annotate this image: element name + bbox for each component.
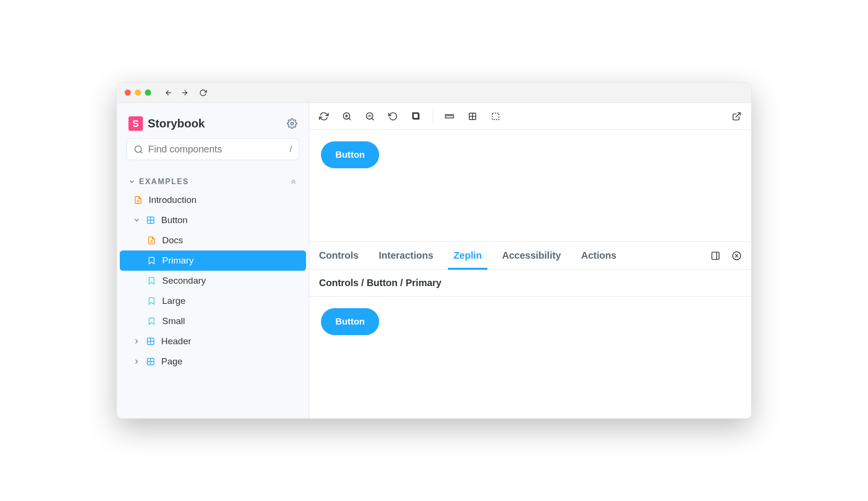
svg-point-2 [291, 122, 294, 125]
tree-item-small[interactable]: Small [117, 311, 309, 331]
svg-line-4 [140, 151, 142, 153]
reset-icon [388, 112, 398, 121]
refresh-button[interactable] [199, 89, 207, 97]
window-close-button[interactable] [125, 89, 131, 96]
browser-window: S Storybook / EXAMPLES [116, 82, 752, 419]
tree-item-label: Introduction [149, 195, 196, 205]
panel-tabs: Controls Interactions Zeplin Accessibili… [309, 242, 751, 270]
open-in-new-tab-button[interactable] [732, 112, 741, 121]
tree-item-large[interactable]: Large [117, 291, 309, 311]
zeplin-preview-button[interactable]: Button [321, 308, 379, 335]
document-icon [133, 195, 143, 205]
background-button[interactable] [411, 112, 421, 121]
tab-actions[interactable]: Actions [581, 242, 616, 269]
bookmark-icon [147, 256, 156, 265]
toolbar-divider [433, 110, 433, 123]
component-icon [146, 215, 155, 225]
tree-item-docs[interactable]: Docs [117, 230, 309, 250]
zoom-reset-button[interactable] [388, 112, 398, 121]
tree-item-label: Secondary [162, 276, 206, 286]
bookmark-icon [147, 296, 156, 306]
bookmark-icon [147, 316, 156, 326]
component-icon [146, 357, 155, 366]
main-area: Button Controls Interactions Zeplin Acce… [309, 103, 751, 418]
svg-rect-38 [492, 113, 498, 119]
gear-icon [287, 118, 297, 129]
browser-chrome [117, 83, 751, 103]
panel-orientation-button[interactable] [711, 251, 720, 261]
tree-item-primary[interactable]: Primary [120, 250, 306, 271]
breadcrumb: Controls / Button / Primary [309, 270, 751, 297]
chevron-down-icon [133, 217, 140, 224]
preview-button[interactable]: Button [321, 141, 379, 168]
storybook-logo-icon: S [128, 116, 143, 131]
tree-item-label: Button [161, 215, 188, 225]
svg-line-23 [372, 118, 374, 120]
outline-icon [491, 112, 500, 121]
canvas: Button [309, 130, 751, 241]
measure-button[interactable] [445, 112, 454, 121]
zoom-in-button[interactable] [342, 112, 352, 121]
tree-item-header[interactable]: Header [117, 331, 309, 351]
tree-item-label: Primary [162, 255, 193, 266]
component-icon [146, 337, 155, 346]
history-forward-button[interactable] [181, 89, 189, 97]
search-icon [134, 145, 143, 154]
tree-item-page[interactable]: Page [117, 351, 309, 372]
close-icon [732, 251, 741, 261]
tree-item-label: Docs [162, 235, 183, 246]
settings-button[interactable] [287, 118, 297, 129]
component-tree: Introduction Button Docs [117, 190, 309, 372]
window-minimize-button[interactable] [135, 89, 141, 96]
panel-close-button[interactable] [732, 251, 741, 261]
addons-panel: Controls Interactions Zeplin Accessibili… [309, 241, 751, 418]
bookmark-icon [147, 276, 156, 286]
chevron-right-icon [133, 338, 140, 345]
sidebar-header: S Storybook [117, 113, 309, 138]
external-link-icon [732, 112, 741, 121]
tree-item-secondary[interactable]: Secondary [117, 271, 309, 291]
grid-icon [468, 112, 477, 121]
window-zoom-button[interactable] [145, 89, 151, 96]
tab-interactions[interactable]: Interactions [379, 242, 433, 269]
section-title: EXAMPLES [139, 177, 189, 186]
tree-item-label: Large [162, 296, 186, 306]
tree-item-label: Header [161, 336, 191, 347]
zoom-out-icon [365, 112, 375, 121]
preview-toolbar [309, 103, 751, 130]
chevron-right-icon [133, 358, 140, 365]
app-body: S Storybook / EXAMPLES [117, 103, 751, 418]
tree-item-button[interactable]: Button [117, 210, 309, 230]
sidebar: S Storybook / EXAMPLES [117, 103, 309, 418]
tab-controls[interactable]: Controls [319, 242, 358, 269]
zoom-out-button[interactable] [365, 112, 375, 121]
svg-line-19 [349, 118, 351, 120]
tree-item-label: Page [161, 356, 182, 367]
grid-button[interactable] [468, 112, 477, 121]
document-icon [147, 236, 156, 245]
panel-body: Button [309, 297, 751, 347]
tab-accessibility[interactable]: Accessibility [502, 242, 561, 269]
search-input[interactable]: / [127, 138, 299, 160]
svg-line-39 [736, 113, 740, 117]
tree-item-label: Small [162, 316, 185, 326]
zoom-in-icon [342, 112, 352, 121]
history-back-button[interactable] [165, 89, 172, 97]
chevron-down-icon [128, 178, 135, 185]
search-field[interactable] [148, 144, 290, 155]
section-header[interactable]: EXAMPLES [117, 177, 309, 190]
app-logo: S Storybook [128, 116, 205, 131]
tab-zeplin[interactable]: Zeplin [454, 242, 482, 269]
outline-button[interactable] [491, 112, 500, 121]
background-icon [411, 112, 421, 121]
sidebar-icon [711, 251, 720, 261]
app-title: Storybook [148, 117, 205, 130]
sync-icon [319, 112, 329, 121]
tree-item-introduction[interactable]: Introduction [117, 190, 309, 210]
search-shortcut: / [290, 144, 292, 154]
sort-icon[interactable] [290, 178, 297, 186]
svg-rect-40 [712, 252, 719, 259]
remount-button[interactable] [319, 112, 329, 121]
ruler-icon [445, 112, 454, 121]
